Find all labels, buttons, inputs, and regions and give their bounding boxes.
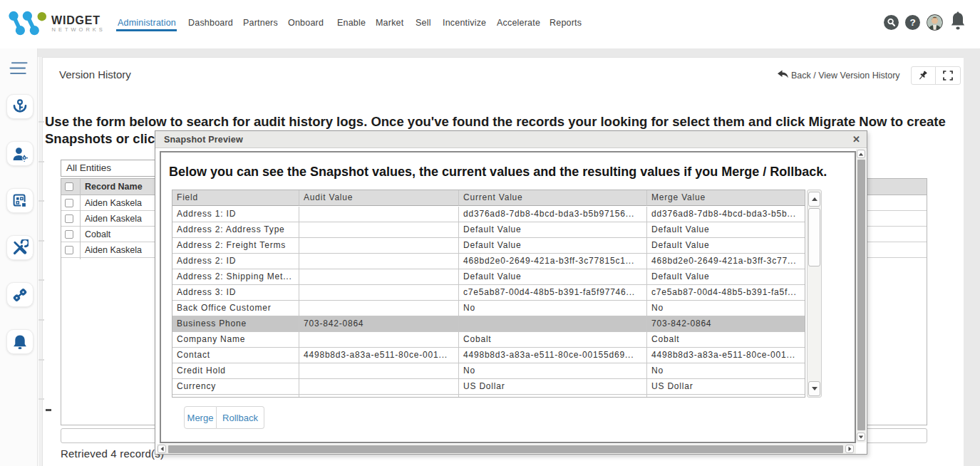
svg-text:?: ? (909, 17, 915, 28)
